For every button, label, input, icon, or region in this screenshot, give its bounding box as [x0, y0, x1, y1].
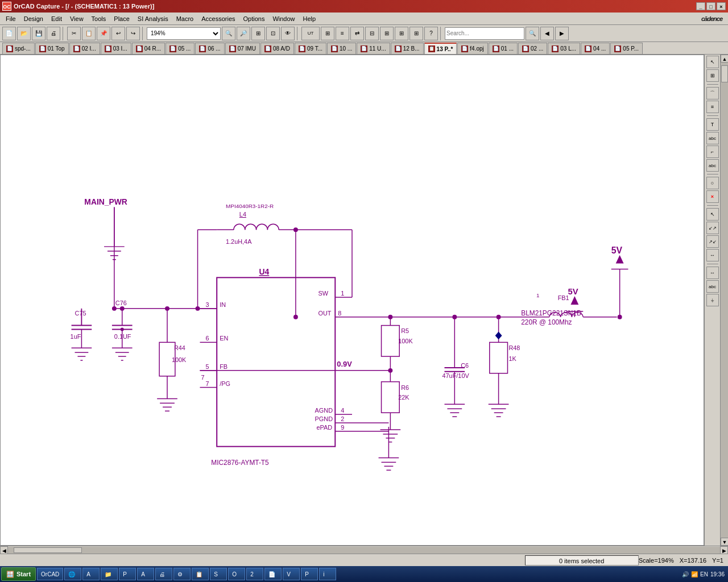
taskbar-item-a2[interactable]: A [137, 568, 154, 580]
tab-15[interactable]: 📄01 ... [489, 43, 518, 54]
taskbar-item-app2[interactable]: S [210, 568, 227, 580]
tool8[interactable]: ⊞ [410, 27, 423, 40]
abc3-tool[interactable]: abc [706, 280, 719, 293]
taskbar-item-app5[interactable]: 📄 [264, 568, 282, 580]
search-input[interactable] [445, 27, 524, 40]
part-tool[interactable]: ⊞ [706, 69, 719, 82]
taskbar-item-app8[interactable]: i [319, 568, 336, 580]
h-scroll-thumb[interactable] [14, 547, 82, 553]
zoom-sel-tool[interactable]: ↖ [706, 208, 719, 221]
bus-tool[interactable]: ≡ [706, 101, 719, 113]
zoom4-tool[interactable]: ↔ [706, 249, 719, 261]
tab-2[interactable]: 📄02 I... [69, 43, 100, 54]
tab-19[interactable]: 📄05 P... [610, 43, 643, 54]
menu-macro[interactable]: Macro [173, 14, 197, 23]
tab-9[interactable]: 📄09 T... [295, 43, 326, 54]
maximize-button[interactable]: □ [706, 2, 715, 10]
drc-button[interactable]: UT [301, 27, 320, 40]
taskbar-item-app6[interactable]: V [283, 568, 300, 580]
zoom-out-button[interactable]: 🔎 [237, 27, 250, 40]
view-button[interactable]: 👁 [281, 27, 295, 40]
oval-tool[interactable]: ○ [706, 177, 719, 189]
tab-5[interactable]: 📄05 ... [166, 43, 195, 54]
line-tool[interactable]: ⌐ [706, 146, 719, 158]
tool7[interactable]: ⊞ [395, 27, 408, 40]
scroll-track[interactable] [721, 63, 728, 538]
paste-button[interactable]: 📌 [97, 27, 110, 40]
nav-prev[interactable]: ◀ [540, 27, 554, 40]
minimize-button[interactable]: _ [696, 2, 705, 10]
scroll-left-button[interactable]: ◀ [0, 546, 8, 554]
schematic-area[interactable]: MAIN_PWR C75 1uF [0, 55, 704, 546]
redo-button[interactable]: ↪ [126, 27, 140, 40]
scroll-thumb[interactable] [721, 65, 728, 82]
horizontal-scrollbar[interactable]: ◀ ▶ [0, 546, 728, 554]
scroll-up-button[interactable]: ▲ [721, 55, 728, 63]
tab-12[interactable]: 📄12 B... [391, 43, 424, 54]
power-tool[interactable]: ⏚ [706, 294, 719, 306]
no-connect-tool[interactable]: × [706, 190, 719, 203]
wire-tool[interactable]: ⌒ [706, 87, 719, 99]
text-tool[interactable]: T [706, 118, 719, 131]
new-button[interactable]: 📄 [2, 27, 16, 40]
scroll-right-button[interactable]: ▶ [720, 546, 728, 554]
taskbar-item-app1[interactable]: 📋 [192, 568, 209, 580]
menu-options[interactable]: Options [240, 14, 268, 23]
netlist-button[interactable]: ⊞ [321, 27, 334, 40]
menu-si-analysis[interactable]: SI Analysis [134, 14, 172, 23]
copy-button[interactable]: 📋 [82, 27, 96, 40]
tool5[interactable]: ⊟ [365, 27, 379, 40]
tab-1[interactable]: 📄01 Top [35, 43, 69, 54]
menu-file[interactable]: File [2, 14, 19, 23]
h-scroll-track[interactable] [8, 547, 720, 554]
taskbar-item-orcad[interactable]: OrCAD [37, 568, 63, 580]
back-ann-button[interactable]: ⇄ [350, 27, 364, 40]
taskbar-item-a1[interactable]: A [82, 568, 100, 580]
taskbar-item-app7[interactable]: P [301, 568, 318, 580]
menu-place[interactable]: Place [110, 14, 133, 23]
tab-14[interactable]: 📄f4.opj [457, 43, 487, 54]
taskbar-item-app3[interactable]: O [228, 568, 245, 580]
tab-11[interactable]: 📄11 U... [357, 43, 390, 54]
tab-16[interactable]: 📄02 ... [518, 43, 547, 54]
tab-17[interactable]: 📄03 L... [548, 43, 580, 54]
tab-18[interactable]: 📄04 ... [581, 43, 610, 54]
nav-next[interactable]: ▶ [555, 27, 569, 40]
tool6[interactable]: ⊞ [380, 27, 394, 40]
zoom-in-button[interactable]: 🔍 [222, 27, 235, 40]
menu-design[interactable]: Design [20, 14, 47, 23]
menu-view[interactable]: View [67, 14, 87, 23]
lang-indicator[interactable]: EN [700, 571, 708, 577]
start-button[interactable]: 🪟 Start [1, 567, 36, 581]
taskbar-item-chrome[interactable]: 🌐 [64, 568, 81, 580]
menu-tools[interactable]: Tools [88, 14, 110, 23]
menu-help[interactable]: Help [300, 14, 320, 23]
tab-7[interactable]: 📄07 IMU [225, 43, 260, 54]
zoom-fit-button[interactable]: ⊞ [251, 27, 265, 40]
open-button[interactable]: 📂 [17, 27, 31, 40]
zoom-area-button[interactable]: ⊡ [266, 27, 280, 40]
scroll-down-button[interactable]: ▼ [721, 538, 728, 546]
save-button[interactable]: 💾 [32, 27, 46, 40]
taskbar-item-folder[interactable]: 📁 [101, 568, 118, 580]
tab-10[interactable]: 📄10 ... [327, 43, 356, 54]
menu-accessories[interactable]: Accessories [198, 14, 238, 23]
undo-button[interactable]: ↩ [111, 27, 125, 40]
tab-4[interactable]: 📄04 R... [132, 43, 165, 54]
tab-0[interactable]: 📄spd-... [2, 43, 35, 54]
abc2-tool[interactable]: abc [706, 159, 719, 172]
tab-3[interactable]: 📄03 I... [101, 43, 131, 54]
taskbar-item-settings[interactable]: ⚙ [173, 568, 191, 580]
taskbar-item-app4[interactable]: 2 [246, 568, 263, 580]
print-button[interactable]: 🖨 [47, 27, 60, 40]
zoom3-tool[interactable]: ↗↙ [706, 235, 719, 248]
search-button[interactable]: 🔍 [526, 27, 539, 40]
zoom-dropdown[interactable]: 194% 100% 50% [147, 27, 221, 40]
close-button[interactable]: × [717, 2, 726, 10]
menu-window[interactable]: Window [269, 14, 298, 23]
abc-tool[interactable]: abc [706, 132, 719, 144]
taskbar-item-printer[interactable]: 🖨 [155, 568, 172, 580]
taskbar-item-p[interactable]: P [119, 568, 136, 580]
mirror-tool[interactable]: ↔ [706, 267, 719, 279]
bom-button[interactable]: ≡ [336, 27, 349, 40]
